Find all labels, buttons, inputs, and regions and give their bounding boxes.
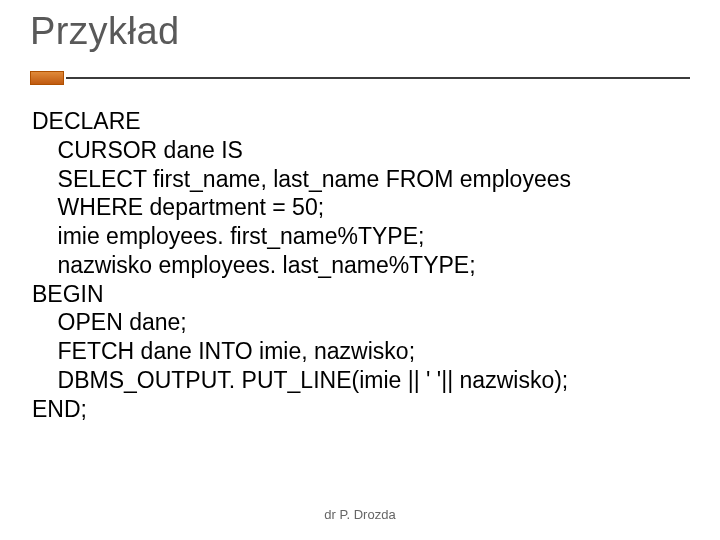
- code-line: END;: [32, 396, 87, 422]
- code-line: SELECT first_name, last_name FROM employ…: [32, 166, 571, 192]
- title-rule: [30, 71, 690, 85]
- accent-box: [30, 71, 64, 85]
- code-line: imie employees. first_name%TYPE;: [32, 223, 424, 249]
- code-line: nazwisko employees. last_name%TYPE;: [32, 252, 476, 278]
- code-line: DECLARE: [32, 108, 141, 134]
- code-block: DECLARE CURSOR dane IS SELECT first_name…: [30, 107, 690, 423]
- horizontal-rule: [66, 77, 690, 79]
- slide-title: Przykład: [30, 10, 690, 53]
- slide: Przykład DECLARE CURSOR dane IS SELECT f…: [0, 0, 720, 540]
- footer-author: dr P. Drozda: [0, 507, 720, 522]
- code-line: OPEN dane;: [32, 309, 187, 335]
- code-line: DBMS_OUTPUT. PUT_LINE(imie || ' '|| nazw…: [32, 367, 568, 393]
- code-line: BEGIN: [32, 281, 104, 307]
- code-line: WHERE department = 50;: [32, 194, 324, 220]
- code-line: FETCH dane INTO imie, nazwisko;: [32, 338, 415, 364]
- code-line: CURSOR dane IS: [32, 137, 243, 163]
